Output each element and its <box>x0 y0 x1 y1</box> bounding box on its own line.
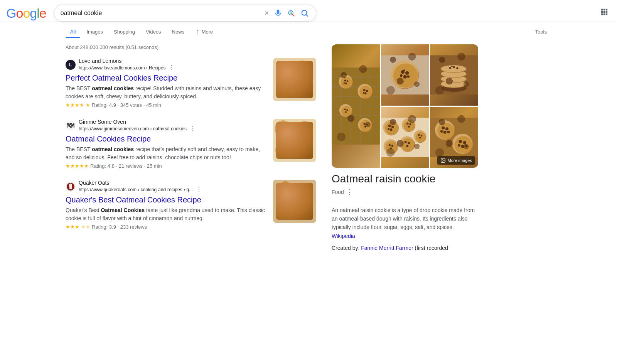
search-input[interactable] <box>61 10 260 17</box>
svg-point-201 <box>406 145 408 147</box>
svg-point-62 <box>305 130 307 133</box>
result-main: Quaker Oats https://www.quakeroats.com ›… <box>66 180 267 230</box>
svg-point-165 <box>441 65 467 72</box>
more-images-button[interactable]: More images <box>437 156 475 165</box>
svg-point-213 <box>455 136 472 153</box>
result-title[interactable]: Perfect Oatmeal Cookies Recipe <box>66 73 267 83</box>
kp-cookie-svg-4 <box>381 107 429 168</box>
apps-button[interactable] <box>598 5 611 21</box>
result-thumbnail <box>273 119 316 162</box>
svg-point-22 <box>297 61 309 73</box>
svg-rect-5 <box>604 9 605 11</box>
svg-point-194 <box>391 145 393 147</box>
result-url-row: https://www.loveandlemons.com › Recipes … <box>79 64 175 71</box>
header: Google × <box>0 0 617 22</box>
svg-point-81 <box>291 141 293 143</box>
result-favicon: L <box>66 60 76 70</box>
svg-point-162 <box>442 71 467 78</box>
svg-point-128 <box>357 84 372 98</box>
kp-created-by-value[interactable]: Fannie Merritt Farmer <box>361 245 413 251</box>
result-thumbnail <box>273 58 316 101</box>
kp-image-2[interactable] <box>381 44 429 106</box>
stars: ★★★★ <box>66 102 84 108</box>
kp-options-button[interactable]: ⋮ <box>346 188 353 196</box>
tab-all[interactable]: All <box>66 26 80 38</box>
search-icon-group: × <box>264 8 310 18</box>
result-site-info: Gimme Some Oven https://www.gimmesomeove… <box>79 119 197 132</box>
result-title[interactable]: Quaker's Best Oatmeal Cookies Recipe <box>66 195 267 205</box>
svg-point-150 <box>401 70 404 74</box>
svg-point-33 <box>284 89 286 91</box>
svg-point-188 <box>420 135 422 136</box>
svg-point-133 <box>363 92 364 94</box>
svg-point-183 <box>408 125 410 127</box>
svg-point-204 <box>435 120 454 139</box>
svg-rect-12 <box>606 13 608 15</box>
svg-point-103 <box>281 182 292 193</box>
svg-point-160 <box>442 76 467 83</box>
svg-point-73 <box>306 150 308 152</box>
result-more-button[interactable]: ⋮ <box>195 186 203 193</box>
svg-point-105 <box>282 184 292 193</box>
wikipedia-link[interactable]: Wikipedia <box>332 233 355 239</box>
result-favicon <box>66 182 76 192</box>
tab-shopping[interactable]: Shopping <box>109 26 140 38</box>
result-rating: ★★★★★ Rating: 4.9 · 345 votes · 45 min <box>66 102 267 108</box>
lens-button[interactable] <box>287 8 296 18</box>
svg-rect-4 <box>601 9 603 11</box>
kp-image-4[interactable] <box>381 107 429 168</box>
svg-point-18 <box>285 67 288 69</box>
tab-images[interactable]: Images <box>82 26 108 38</box>
result-title[interactable]: Oatmeal Cookies Recipe <box>66 134 267 144</box>
result-favicon: 🍽 <box>66 121 76 131</box>
kp-image-1[interactable] <box>332 44 380 168</box>
svg-point-145 <box>364 126 366 128</box>
tab-videos[interactable]: Videos <box>141 26 166 38</box>
tab-more[interactable]: ⋮ More <box>190 26 217 38</box>
svg-point-197 <box>400 136 415 151</box>
tools-button[interactable]: Tools <box>531 26 551 38</box>
svg-point-70 <box>297 143 312 158</box>
svg-point-209 <box>440 130 443 133</box>
mic-button[interactable] <box>273 8 283 18</box>
kp-cookie-svg-3 <box>430 44 478 106</box>
svg-point-123 <box>344 79 346 81</box>
nav-tabs: All Images Shopping Videos News ⋮ More T… <box>0 24 617 38</box>
svg-point-38 <box>306 86 308 88</box>
svg-point-53 <box>282 127 284 130</box>
mic-icon <box>274 9 282 17</box>
svg-point-90 <box>283 199 286 202</box>
svg-point-171 <box>383 120 398 135</box>
svg-point-31 <box>283 86 285 88</box>
result-meta: 🍽 Gimme Some Oven https://www.gimmesomeo… <box>66 119 267 132</box>
svg-point-52 <box>277 123 292 138</box>
svg-point-190 <box>384 140 398 154</box>
result-more-button[interactable]: ⋮ <box>189 125 197 132</box>
svg-point-130 <box>363 89 366 91</box>
svg-point-182 <box>409 123 411 125</box>
tab-news[interactable]: News <box>167 26 189 38</box>
kp-image-3[interactable] <box>430 44 478 106</box>
result-more-button[interactable]: ⋮ <box>168 64 175 71</box>
result-desc-bold: oatmeal cookies <box>92 146 134 152</box>
star-half: ★ <box>86 102 90 108</box>
svg-point-147 <box>391 61 419 89</box>
result-url: https://www.quakeroats.com › cooking-and… <box>79 187 193 192</box>
svg-point-21 <box>298 61 310 74</box>
svg-point-16 <box>279 63 292 76</box>
svg-point-102 <box>304 202 307 205</box>
svg-point-40 <box>287 71 302 86</box>
kp-divider <box>332 201 478 201</box>
result-desc-bold: oatmeal cookies <box>92 85 134 91</box>
svg-point-154 <box>407 75 410 78</box>
svg-point-205 <box>437 122 454 139</box>
svg-point-200 <box>408 142 410 144</box>
search-button[interactable] <box>300 8 310 18</box>
kp-image-5[interactable]: More images <box>430 107 478 168</box>
result-url-row: https://www.gimmesomeoven.com › oatmeal-… <box>79 125 197 132</box>
clear-button[interactable]: × <box>264 8 270 18</box>
knowledge-panel: More images Oatmeal raisin cookie Food ⋮… <box>332 44 478 253</box>
svg-point-134 <box>340 104 352 117</box>
svg-point-72 <box>303 148 305 151</box>
svg-point-126 <box>344 82 345 84</box>
